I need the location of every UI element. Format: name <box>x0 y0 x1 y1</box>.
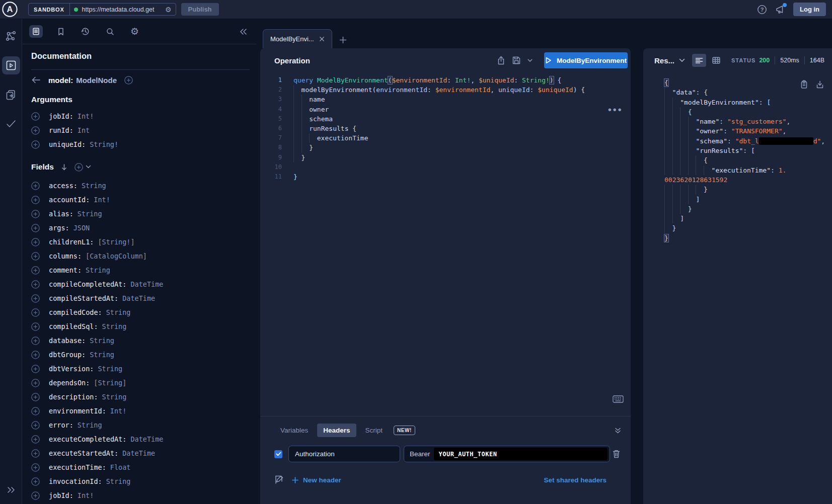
announcements-icon[interactable] <box>775 5 785 15</box>
header-value-input[interactable]: Bearer YOUR_AUTH_TOKEN <box>404 446 610 462</box>
field-type[interactable]: String <box>106 477 131 485</box>
field-type[interactable]: String <box>102 393 127 401</box>
auth-token-value[interactable]: YOUR_AUTH_TOKEN <box>434 448 608 460</box>
add-field-button[interactable] <box>31 449 40 458</box>
view-raw-button[interactable] <box>692 54 706 67</box>
response-body[interactable]: {"data": {"modelByEnvironment": [{"name"… <box>643 72 832 504</box>
add-field-button[interactable] <box>31 210 40 218</box>
add-field-button[interactable] <box>31 238 40 246</box>
add-field-button[interactable] <box>31 337 40 345</box>
add-field-button[interactable] <box>31 294 40 303</box>
field-type[interactable]: DateTime <box>122 449 155 457</box>
query-editor[interactable]: 1query ModelByEnvironment($environmentId… <box>260 72 631 416</box>
add-field-button[interactable] <box>31 252 40 261</box>
add-field-button[interactable] <box>31 266 40 275</box>
add-to-query-button[interactable] <box>124 76 133 85</box>
add-field-button[interactable] <box>31 126 40 135</box>
add-all-fields-button[interactable] <box>74 163 83 172</box>
checks-icon[interactable] <box>2 115 20 133</box>
explorer-icon[interactable] <box>2 56 20 74</box>
add-field-button[interactable] <box>31 280 40 289</box>
collapse-panel-icon[interactable] <box>614 427 622 434</box>
run-operation-button[interactable]: ModelByEnvironment <box>544 52 628 68</box>
delete-header-button[interactable] <box>612 449 621 459</box>
field-type[interactable]: String! <box>90 140 118 148</box>
header-enabled-checkbox[interactable] <box>274 450 282 458</box>
field-type[interactable]: String <box>106 308 131 316</box>
search-icon[interactable] <box>103 25 117 38</box>
field-type[interactable]: Float <box>110 463 131 471</box>
add-field-button[interactable] <box>31 140 40 149</box>
add-field-button[interactable] <box>31 435 40 444</box>
add-field-button[interactable] <box>31 112 40 121</box>
field-type[interactable]: Int! <box>94 196 110 204</box>
response-dropdown-chevron-icon[interactable] <box>679 58 685 62</box>
tab-script[interactable]: Script <box>359 424 389 437</box>
back-arrow-icon[interactable] <box>31 76 41 83</box>
add-field-button[interactable] <box>31 407 40 415</box>
add-field-button[interactable] <box>31 365 40 373</box>
endpoint-url-input[interactable]: https://metadata.cloud.get ⚙ <box>70 4 176 15</box>
close-tab-icon[interactable] <box>319 36 325 42</box>
add-field-button[interactable] <box>31 491 40 500</box>
field-type[interactable]: Int! <box>78 112 94 120</box>
settings-gear-icon[interactable]: ⚙ <box>128 25 141 38</box>
chevron-down-icon[interactable] <box>86 165 91 169</box>
field-type[interactable]: String <box>90 337 114 345</box>
add-field-button[interactable] <box>31 322 40 331</box>
add-field-button[interactable] <box>31 351 40 359</box>
add-field-button[interactable] <box>31 379 40 387</box>
collapse-sidebar-icon[interactable] <box>239 28 248 36</box>
schema-graph-icon[interactable] <box>2 27 20 45</box>
field-type[interactable]: [String] <box>94 379 126 387</box>
add-field-button[interactable] <box>31 421 40 430</box>
operation-tab[interactable]: ModelByEnvi... <box>263 29 332 48</box>
help-icon[interactable]: ? <box>757 5 767 15</box>
tab-variables[interactable]: Variables <box>274 424 314 437</box>
share-icon[interactable] <box>497 56 505 65</box>
field-type[interactable]: JSON <box>73 224 90 232</box>
editor-overflow-menu[interactable]: ●●● <box>608 106 623 113</box>
add-field-button[interactable] <box>31 393 40 401</box>
header-key-input[interactable] <box>288 446 400 462</box>
field-type[interactable]: String <box>102 322 127 330</box>
add-field-button[interactable] <box>31 196 40 204</box>
download-response-icon[interactable] <box>816 80 824 89</box>
bulk-edit-icon[interactable] <box>274 475 284 485</box>
copy-response-icon[interactable] <box>800 80 808 89</box>
keyboard-shortcuts-icon[interactable] <box>613 395 624 403</box>
field-type[interactable]: String <box>78 210 102 218</box>
field-type[interactable]: Int <box>78 126 90 134</box>
add-field-button[interactable] <box>31 308 40 317</box>
bookmark-icon[interactable] <box>54 25 67 38</box>
save-options-chevron-icon[interactable] <box>527 59 533 62</box>
operation-collections-icon[interactable] <box>2 86 20 104</box>
expand-rail-icon[interactable] <box>2 481 20 499</box>
documentation-tab-icon[interactable] <box>29 25 43 38</box>
field-type[interactable]: DateTime <box>130 280 163 288</box>
field-type[interactable]: [String!] <box>98 238 134 246</box>
field-type[interactable]: String <box>98 365 122 373</box>
save-icon[interactable] <box>512 56 521 65</box>
field-type[interactable]: Int! <box>110 407 127 415</box>
new-header-button[interactable]: New header <box>292 476 341 484</box>
set-shared-headers-link[interactable]: Set shared headers <box>544 476 607 484</box>
field-type[interactable]: String <box>86 266 110 274</box>
add-field-button[interactable] <box>31 224 40 232</box>
field-type[interactable]: String <box>82 182 106 190</box>
add-field-button[interactable] <box>31 463 40 472</box>
field-type[interactable]: Int! <box>78 491 94 499</box>
endpoint-settings-gear-icon[interactable]: ⚙ <box>165 6 172 13</box>
new-tab-button[interactable] <box>339 36 347 44</box>
sort-fields-icon[interactable] <box>61 163 67 171</box>
field-type[interactable]: String <box>90 351 114 359</box>
login-button[interactable]: Log in <box>793 3 826 16</box>
tab-headers[interactable]: Headers <box>317 424 356 437</box>
response-title[interactable]: Res... <box>654 56 674 65</box>
view-table-button[interactable] <box>709 54 723 67</box>
add-field-button[interactable] <box>31 477 40 486</box>
field-type[interactable]: [CatalogColumn] <box>86 252 147 260</box>
add-field-button[interactable] <box>31 182 40 190</box>
doc-type-link[interactable]: ModelNode <box>76 76 117 85</box>
field-type[interactable]: DateTime <box>122 294 155 302</box>
